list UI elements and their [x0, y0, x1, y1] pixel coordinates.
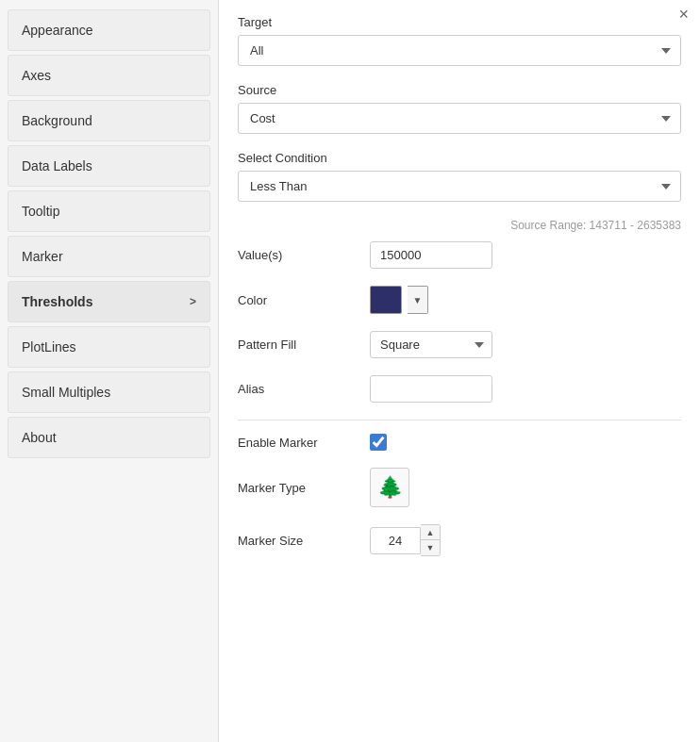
sidebar-item-label: Background — [22, 113, 92, 128]
sidebar-item-data-labels[interactable]: Data Labels — [8, 145, 210, 187]
sidebar-item-label: Thresholds — [22, 294, 92, 309]
color-row: Color ▼ — [238, 286, 681, 314]
main-content: Target All Source Cost Select Condition … — [219, 0, 700, 742]
alias-row: Alias — [238, 375, 681, 403]
marker-type-button[interactable]: 🌲 — [370, 468, 409, 507]
alias-label: Alias — [238, 382, 370, 396]
sidebar-item-tooltip[interactable]: Tooltip — [8, 190, 210, 232]
color-swatch[interactable] — [370, 286, 402, 314]
chevron-right-icon: > — [190, 295, 196, 308]
color-control: ▼ — [370, 286, 681, 314]
pattern-fill-label: Pattern Fill — [238, 338, 370, 352]
sidebar: AppearanceAxesBackgroundData LabelsToolt… — [0, 0, 219, 742]
marker-type-icon: 🌲 — [377, 475, 403, 500]
marker-type-row: Marker Type 🌲 — [238, 468, 681, 507]
values-control — [370, 241, 681, 269]
spinner-down-button[interactable]: ▼ — [421, 540, 440, 555]
sidebar-item-thresholds[interactable]: Thresholds> — [8, 281, 210, 322]
sidebar-item-label: Tooltip — [22, 204, 59, 219]
sidebar-item-label: About — [22, 430, 57, 445]
condition-group: Select Condition Less ThanGreater ThanEq… — [238, 151, 681, 202]
marker-size-spinner: ▲ ▼ — [370, 524, 441, 556]
condition-select[interactable]: Less ThanGreater ThanEqual To — [238, 171, 681, 202]
color-dropdown-btn[interactable]: ▼ — [408, 286, 428, 314]
source-select[interactable]: Cost — [238, 103, 681, 134]
marker-size-control: ▲ ▼ — [370, 524, 681, 556]
sidebar-item-small-multiples[interactable]: Small Multiples — [8, 371, 210, 413]
target-select[interactable]: All — [238, 35, 681, 66]
close-button[interactable]: × — [678, 6, 689, 23]
values-input[interactable] — [370, 241, 492, 269]
marker-type-label: Marker Type — [238, 481, 370, 495]
pattern-fill-row: Pattern Fill SquareCircleDiamondNone — [238, 331, 681, 358]
enable-marker-row: Enable Marker — [238, 434, 681, 451]
values-label: Value(s) — [238, 248, 370, 262]
sidebar-item-axes[interactable]: Axes — [8, 55, 210, 96]
source-label: Source — [238, 83, 681, 97]
marker-size-label: Marker Size — [238, 534, 370, 548]
alias-input[interactable] — [370, 375, 492, 403]
spinner-buttons: ▲ ▼ — [421, 524, 441, 556]
sidebar-item-marker[interactable]: Marker — [8, 236, 210, 277]
pattern-fill-control: SquareCircleDiamondNone — [370, 331, 681, 358]
marker-size-input[interactable] — [370, 527, 421, 554]
source-group: Source Cost — [238, 83, 681, 134]
color-label: Color — [238, 293, 370, 307]
values-row: Value(s) — [238, 241, 681, 269]
sidebar-item-appearance[interactable]: Appearance — [8, 9, 210, 51]
target-label: Target — [238, 15, 681, 29]
sidebar-item-label: Appearance — [22, 23, 93, 38]
enable-marker-checkbox[interactable] — [370, 434, 387, 451]
sidebar-item-label: PlotLines — [22, 339, 76, 355]
sidebar-item-about[interactable]: About — [8, 417, 210, 458]
alias-control — [370, 375, 681, 403]
sidebar-item-label: Axes — [22, 68, 51, 83]
marker-size-row: Marker Size ▲ ▼ — [238, 524, 681, 556]
sidebar-item-plotlines[interactable]: PlotLines — [8, 326, 210, 368]
condition-label: Select Condition — [238, 151, 681, 165]
pattern-fill-select[interactable]: SquareCircleDiamondNone — [370, 331, 492, 358]
marker-type-control: 🌲 — [370, 468, 681, 507]
target-group: Target All — [238, 15, 681, 66]
spinner-up-button[interactable]: ▲ — [421, 525, 440, 540]
sidebar-item-background[interactable]: Background — [8, 100, 210, 141]
source-range-text: Source Range: 143711 - 2635383 — [238, 219, 681, 232]
sidebar-item-label: Small Multiples — [22, 385, 110, 400]
sidebar-item-label: Marker — [22, 249, 63, 264]
enable-marker-label: Enable Marker — [238, 436, 370, 450]
sidebar-item-label: Data Labels — [22, 158, 92, 173]
divider-1 — [238, 420, 681, 420]
enable-marker-control — [370, 434, 681, 451]
